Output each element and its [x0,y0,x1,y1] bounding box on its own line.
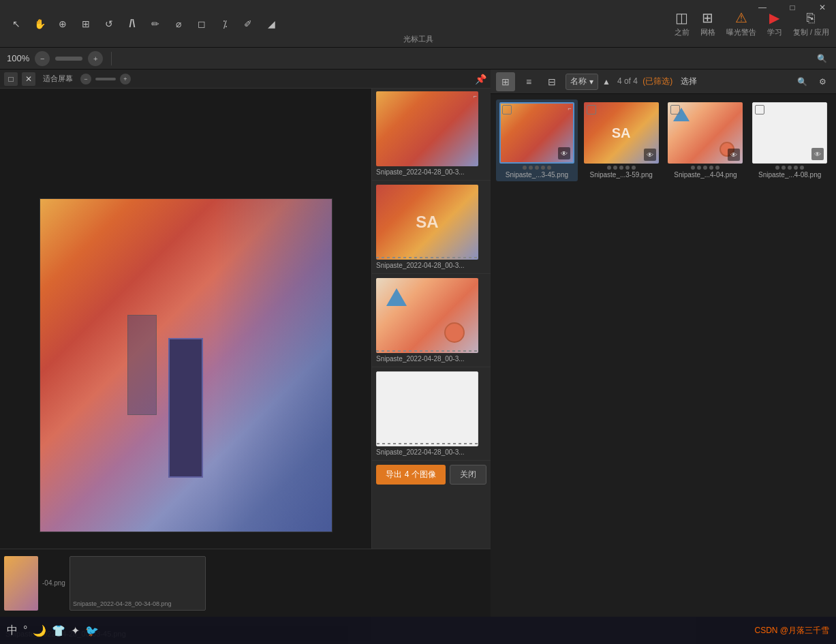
brush-tool[interactable]: ⌀ [169,14,188,33]
bottom-preview-info: -04.png [42,579,65,587]
right-panel-toolbar: ⊞ ≡ ⊟ 名称 ▾ ▲ 4 of 4 (已筛选) 选择 🔍 ⚙ [491,70,836,94]
rp-right-buttons: 🔍 ⚙ [794,74,831,90]
paint-tool[interactable]: ✐ [238,14,258,33]
thumb-eye-1[interactable]: 👁 [558,147,570,159]
sort-direction-icon[interactable]: ▲ [602,77,610,87]
taskbar-ime[interactable]: 中 [7,624,18,638]
measure-tool[interactable]: /\ [123,14,142,33]
list-view-button[interactable]: ≡ [519,72,538,91]
dot2-2 [613,166,617,170]
taskbar-moon[interactable]: 🌙 [33,624,46,637]
shirt-icon: 👕 [52,624,65,637]
thumb-dots-3 [691,166,719,170]
pin-icon[interactable]: 📌 [475,74,486,85]
thumb-dots-1 [523,166,551,170]
grid-tool-group[interactable]: ⊞ 网格 [700,10,715,37]
zoom-out-button[interactable]: − [35,51,50,66]
hand-tool[interactable]: ✋ [30,14,49,33]
filmstrip-name-1: Snipaste_2022-04-28_00-3... [376,168,486,176]
thumb-check-2[interactable] [587,105,596,114]
expand-icon[interactable]: □ [4,72,18,86]
filmstrip-img-1: ⌐ [376,91,478,166]
taskbar-bird[interactable]: 🐦 [85,624,99,637]
thumb-dots-2 [607,166,636,170]
search-button-secondary[interactable]: 🔍 [814,51,829,66]
close-button[interactable]: 关闭 [450,465,486,485]
sa-text: SA [612,125,631,141]
dot1-5 [547,166,551,170]
eraser-tool[interactable]: ◻ [192,14,211,33]
thumb-eye-2[interactable]: 👁 [644,149,656,161]
export-button[interactable]: 导出 4 个图像 [376,465,445,485]
select-button[interactable]: 选择 [677,74,701,89]
tool-icons-group: ↖ ✋ ⊕ ⊞ ↺ /\ ✏ ⌀ ◻ ⁒ ✐ ◢ [7,14,675,33]
close-panel-icon[interactable]: ✕ [22,72,35,86]
move-tool[interactable]: ⊕ [53,14,72,33]
filmstrip-corner-icon-1: ⌐ [474,93,477,99]
filmstrip-item-4[interactable]: Snipaste_2022-04-28_00-3... [372,367,491,461]
dot4-1 [775,166,779,170]
thumb-eye-4[interactable]: 👁 [811,148,824,160]
filmstrip-img-4 [376,371,478,446]
filmstrip-item-1[interactable]: ⌐ Snipaste_2022-04-28_00-3... [372,87,491,181]
sort-label: 名称 [570,76,587,87]
thumb-item-1[interactable]: ⌐ 👁 Snipaste_...3-45.png [496,99,578,181]
dot4-3 [788,166,792,170]
learn-label: 学习 [767,27,782,37]
bottom-preview-area: -04.png Snipaste_2022-04-28_00-34-08.png [0,549,491,617]
sort-dropdown[interactable]: 名称 ▾ [566,74,598,90]
before-tool-group[interactable]: ◫ 之前 [675,10,690,37]
dot3-1 [691,166,695,170]
before-label: 之前 [675,27,690,37]
zoom-in-button[interactable]: + [88,51,103,66]
dot2-5 [632,166,636,170]
cursor-tool[interactable]: ↖ [7,14,26,33]
dot2-3 [619,166,623,170]
gradient-tool[interactable]: ◢ [262,14,281,33]
rp-filter-button[interactable]: ⚙ [814,74,831,90]
filmstrip-name-3: Snipaste_2022-04-28_00-3... [376,355,486,363]
grid-view-button[interactable]: ⊞ [496,72,515,91]
pen-tool[interactable]: ✏ [146,14,165,33]
clone-tool[interactable]: ⁒ [215,14,234,33]
main-image-canvas [40,198,332,532]
sub-zoom-in[interactable]: + [120,74,131,85]
thumb-name-1: Snipaste_...3-45.png [499,171,574,179]
taskbar: 中 ° 🌙 👕 ✦ 🐦 CSDN @月落三千雪 [0,617,836,644]
second-toolbar: 100% − + 🔍 [0,48,836,70]
zoom-slider[interactable] [55,57,82,61]
thumb-check-1[interactable] [502,105,512,114]
close-window-button[interactable]: ✕ [809,0,836,15]
sub-zoom-out[interactable]: − [80,74,91,85]
thumb-check-4[interactable] [755,105,764,114]
thumb-item-4[interactable]: 👁 Snipaste_...4-08.png [749,99,831,181]
thumbnail-grid: ⌐ 👁 Snipaste_...3-45.png [491,94,836,187]
dot2-1 [607,166,611,170]
filmstrip-item-3[interactable]: Snipaste_2022-04-28_00-3... [372,274,491,367]
thumb-check-3[interactable] [670,105,680,114]
minimize-button[interactable]: — [749,0,776,15]
filmstrip-progress-3 [376,350,478,352]
sub-toolbar: □ ✕ 适合屏幕 − + 📌 [0,70,491,89]
toolbar-separator-1 [111,52,112,65]
bottom-preview-thumb-1[interactable] [4,556,38,611]
image-shadow [215,199,331,532]
moon-icon: 🌙 [33,624,46,637]
thumb-eye-3[interactable]: 👁 [728,149,740,161]
thumb-item-3[interactable]: 👁 Snipaste_...4-04.png [665,99,747,181]
taskbar-star[interactable]: ✦ [71,624,80,637]
crop-tool[interactable]: ⊞ [76,14,95,33]
filmstrip-export-bar: 导出 4 个图像 关闭 [372,461,491,489]
taskbar-shirt[interactable]: 👕 [52,624,65,637]
sub-zoom-slider[interactable] [95,78,116,80]
ime-icon: 中 [7,624,18,638]
maximize-button[interactable]: □ [779,0,806,15]
thumb-item-2[interactable]: SA 👁 Snipaste_...3-59.png [580,99,662,181]
taskbar-degree[interactable]: ° [23,624,27,637]
dot1-3 [535,166,539,170]
detail-view-button[interactable]: ⊟ [542,72,561,91]
filmstrip-item-2[interactable]: SA Snipaste_2022-04-28_00-3... [372,181,491,274]
rotate-tool[interactable]: ↺ [99,14,119,33]
fit-screen-button[interactable]: 适合屏幕 [40,73,76,85]
rp-search-button[interactable]: 🔍 [794,74,810,90]
